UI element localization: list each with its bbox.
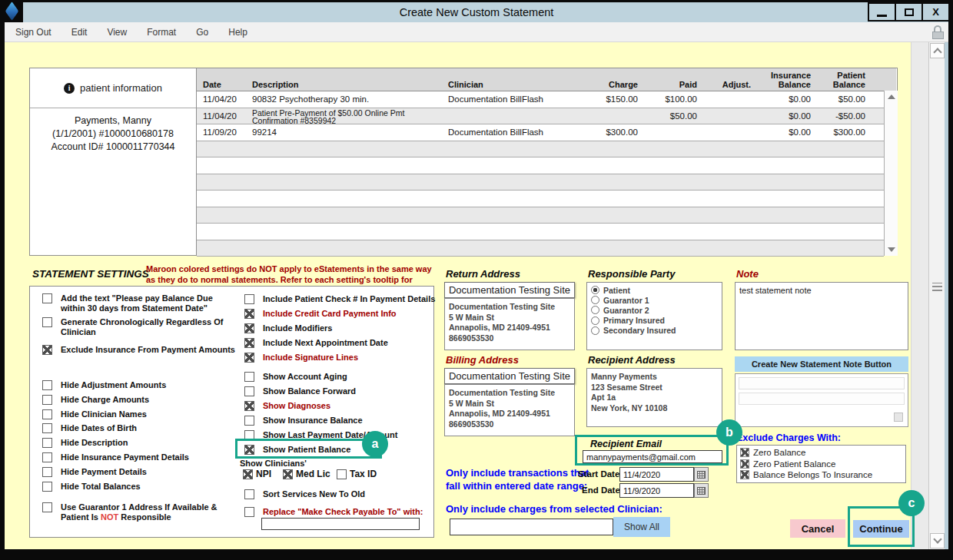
setting-include-next-appointment[interactable]: Include Next Appointment Date [244,338,451,348]
checkbox[interactable] [42,482,52,492]
checkbox[interactable] [244,416,254,426]
setting-show-account-aging[interactable]: Show Account Aging [244,372,451,382]
setting-use-guarantor1-address[interactable]: Use Guarantor 1 Address If Available & P… [42,502,237,522]
setting-exclude-insurance-payments[interactable]: Exclude Insurance From Payment Amounts [42,345,237,355]
radio-icon[interactable] [591,296,599,304]
setting-hide-insurance-payment-details[interactable]: Hide Insurance Payment Details [42,452,237,462]
replace-payable-input[interactable] [261,518,420,530]
start-date-input[interactable] [619,467,694,482]
checkbox[interactable] [740,470,749,479]
radio-guarantor-2[interactable]: Guarantor 2 [591,305,718,315]
show-all-button[interactable]: Show All [613,517,670,537]
checkbox[interactable] [740,448,749,457]
end-date-calendar-button[interactable] [694,483,709,498]
checkbox[interactable] [42,345,52,355]
checkbox[interactable] [244,309,254,319]
radio-primary-insured[interactable]: Primary Insured [591,316,718,326]
setting-include-signature-lines[interactable]: Include Signature Lines [244,353,451,363]
menu-sign-out[interactable]: Sign Out [15,27,51,38]
checkbox[interactable] [244,489,254,499]
checkbox[interactable] [337,469,347,479]
checkbox[interactable] [42,317,52,327]
checkbox[interactable] [42,395,52,405]
checkbox[interactable] [283,469,293,479]
exclude-balance-belongs-insurance[interactable]: Balance Belongs To Insurance [740,469,902,481]
billing-address-dropdown[interactable]: Documentation Testing Site [444,368,575,384]
checkbox[interactable] [244,353,254,363]
table-row[interactable]: 11/09/20 99214 Documentation BillFlash $… [197,124,884,141]
radio-guarantor-1[interactable]: Guarantor 1 [591,295,718,305]
checkbox[interactable] [244,372,254,382]
setting-include-credit-card-info[interactable]: Include Credit Card Payment Info [244,309,451,319]
radio-patient[interactable]: Patient [591,285,718,295]
checkbox[interactable] [740,459,749,469]
checkbox[interactable] [42,293,52,303]
checkbox[interactable] [42,502,52,512]
setting-sort-services-new-to-old[interactable]: Sort Services New To Old [244,489,451,499]
setting-hide-charge-amounts[interactable]: Hide Charge Amounts [42,395,237,405]
checkbox[interactable] [42,409,52,419]
exclude-zero-patient-balance[interactable]: Zero Patient Balance [740,459,902,470]
show-clinicians-med-lic[interactable]: Med Lic [283,469,330,479]
start-date-calendar-button[interactable] [694,467,709,482]
table-scroll-down-icon[interactable] [888,247,895,252]
checkbox[interactable] [244,507,254,517]
close-button[interactable]: X [921,2,950,22]
table-row[interactable]: 11/04/20 90832 Psychotherapy 30 min. Doc… [197,91,884,108]
checkbox[interactable] [42,423,52,433]
radio-icon[interactable] [591,306,599,314]
checkbox[interactable] [42,452,52,462]
exclude-zero-balance[interactable]: Zero Balance [740,447,902,459]
radio-icon[interactable] [591,316,599,325]
checkbox[interactable] [244,338,254,348]
checkbox[interactable] [244,294,254,304]
setting-hide-total-balances[interactable]: Hide Total Balances [42,482,237,492]
create-statement-note-button[interactable]: Create New Statement Note Button [735,356,908,372]
setting-hide-dates-of-birth[interactable]: Hide Dates of Birth [42,423,237,433]
setting-hide-description[interactable]: Hide Description [42,438,237,448]
menu-format[interactable]: Format [147,27,176,38]
scroll-down-button[interactable] [930,533,945,548]
checkbox[interactable] [244,323,254,333]
minimize-button[interactable] [868,2,896,22]
checkbox[interactable] [42,438,52,448]
setting-include-patient-check-number[interactable]: Include Patient Check # In Payment Detai… [244,294,451,304]
setting-include-modifiers[interactable]: Include Modifiers [244,323,451,333]
end-date-input[interactable] [619,483,694,498]
setting-hide-payment-details[interactable]: Hide Payment Details [42,467,237,477]
table-scrollbar[interactable] [884,91,898,256]
setting-show-insurance-balance[interactable]: Show Insurance Balance [244,416,451,426]
show-clinicians-npi[interactable]: NPI [243,469,271,479]
menu-view[interactable]: View [107,27,127,38]
checkbox[interactable] [244,401,254,411]
menu-help[interactable]: Help [228,27,247,38]
vertical-scrollbar[interactable] [928,42,948,549]
radio-icon[interactable] [591,286,599,294]
radio-icon[interactable] [591,326,599,335]
checkbox[interactable] [244,386,254,396]
checkbox[interactable] [42,467,52,477]
scroll-grip-icon[interactable] [932,283,942,291]
table-scroll-up-icon[interactable] [888,94,895,99]
cancel-button[interactable]: Cancel [790,519,845,538]
menu-edit[interactable]: Edit [71,27,88,38]
menu-go[interactable]: Go [196,27,208,38]
radio-secondary-insured[interactable]: Secondary Insured [591,326,718,336]
statement-note-list[interactable] [735,373,908,427]
setting-generate-chronologically[interactable]: Generate Chronologically Regardless Of C… [42,317,237,337]
maximize-button[interactable] [895,2,923,22]
clinician-filter-input[interactable] [450,519,613,535]
note-textarea[interactable]: test statement note [735,282,908,350]
show-clinicians-tax-id[interactable]: Tax ID [337,469,377,479]
setting-show-balance-forward[interactable]: Show Balance Forward [244,386,451,396]
setting-add-balance-due-text[interactable]: Add the text "Please pay Balance Due wit… [42,293,237,313]
return-address-dropdown[interactable]: Documentation Testing Site [444,282,575,298]
setting-replace-make-check-payable[interactable]: Replace "Make Check Payable To" with: [244,507,451,517]
checkbox[interactable] [243,469,253,479]
scroll-up-button[interactable] [930,43,945,58]
setting-show-diagnoses[interactable]: Show Diagnoses [244,401,451,411]
setting-hide-clinician-names[interactable]: Hide Clinician Names [42,409,237,419]
table-row[interactable]: 11/04/20 Patient Pre-Payment of $50.00 O… [197,108,884,125]
checkbox[interactable] [42,380,52,390]
setting-hide-adjustment-amounts[interactable]: Hide Adjustment Amounts [42,380,237,390]
